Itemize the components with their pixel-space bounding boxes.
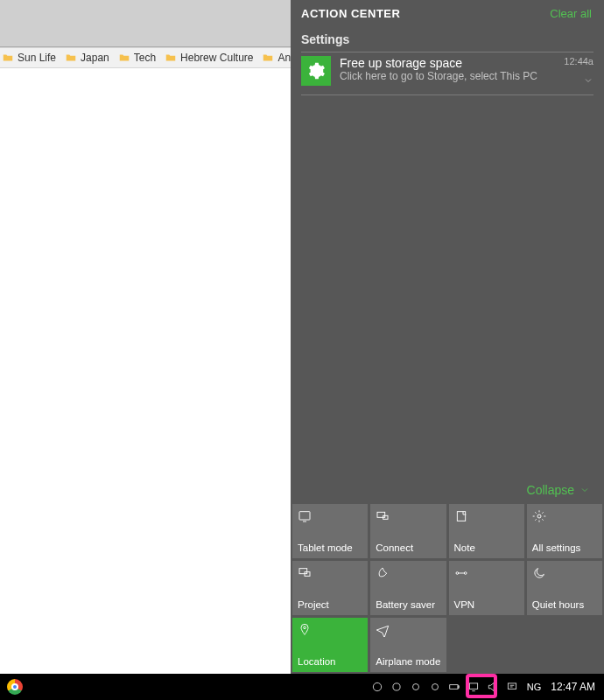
tile-battery-saver[interactable]: Battery saver — [370, 561, 446, 615]
quick-action-tiles: Tablet mode Connect Note All settings Pr… — [291, 504, 604, 674]
gear-icon — [532, 509, 546, 527]
tile-empty — [527, 618, 602, 672]
svg-rect-14 — [450, 685, 458, 690]
vpn-icon — [454, 566, 468, 584]
action-center-icon[interactable] — [505, 680, 519, 694]
battery-icon[interactable] — [447, 680, 461, 694]
clock[interactable]: 12:47 AM — [549, 681, 597, 693]
tile-airplane-mode[interactable]: Airplane mode — [370, 618, 446, 672]
svg-rect-0 — [299, 512, 310, 520]
svg-point-10 — [373, 682, 381, 690]
tray-icon[interactable] — [370, 680, 384, 694]
tile-label: Project — [298, 599, 329, 610]
moon-icon — [532, 566, 546, 584]
tablet-icon — [298, 509, 312, 527]
folder-icon — [262, 52, 274, 64]
bookmarks-bar: Sun Life Japan Tech Hebrew Culture Anin — [0, 47, 291, 68]
tray-icon[interactable] — [390, 680, 404, 694]
leaf-icon — [376, 566, 390, 584]
tray-icon[interactable] — [409, 680, 423, 694]
folder-icon — [118, 52, 130, 64]
folder-icon — [2, 52, 14, 64]
svg-point-4 — [537, 514, 541, 518]
taskbar: NG 12:47 AM — [0, 674, 604, 700]
tile-project[interactable]: Project — [292, 561, 368, 615]
svg-rect-16 — [469, 683, 477, 689]
bookmark-label: Japan — [81, 52, 109, 64]
svg-rect-15 — [458, 686, 459, 688]
notification-title: Free up storage space — [340, 56, 555, 70]
tile-connect[interactable]: Connect — [370, 504, 446, 558]
tile-location[interactable]: Location — [292, 618, 368, 672]
bookmark-label: Hebrew Culture — [180, 52, 253, 64]
tile-label: Quiet hours — [532, 599, 584, 610]
tile-note[interactable]: Note — [449, 504, 524, 558]
bookmark-item[interactable]: Japan — [65, 52, 109, 64]
tile-label: Airplane mode — [376, 656, 440, 667]
folder-icon — [165, 52, 177, 64]
svg-point-9 — [304, 626, 306, 629]
browser-tabs-area — [0, 0, 291, 47]
tile-label: Note — [454, 542, 475, 553]
tile-label: Tablet mode — [298, 542, 353, 553]
notification-body: Free up storage space Click here to go t… — [340, 56, 555, 82]
bookmark-label: Sun Life — [18, 52, 56, 64]
svg-point-11 — [393, 683, 400, 690]
clear-all-button[interactable]: Clear all — [550, 7, 592, 20]
tile-label: Location — [298, 656, 335, 667]
note-icon — [454, 509, 468, 527]
tile-quiet-hours[interactable]: Quiet hours — [527, 561, 602, 615]
bookmark-item[interactable]: Hebrew Culture — [165, 52, 253, 64]
airplane-icon — [376, 623, 390, 640]
action-center-header: ACTION CENTER Clear all — [291, 0, 604, 25]
bookmark-item[interactable]: Anin — [262, 52, 291, 64]
project-icon — [298, 566, 312, 584]
action-center-panel: ACTION CENTER Clear all Settings Free up… — [291, 0, 604, 674]
notification-time: 12:44a — [564, 56, 593, 66]
chevron-down-icon — [579, 485, 590, 495]
tile-label: VPN — [454, 599, 475, 610]
tray-icon[interactable] — [428, 680, 442, 694]
bookmark-item[interactable]: Tech — [118, 52, 156, 64]
collapse-label: Collapse — [527, 483, 574, 497]
tile-tablet-mode[interactable]: Tablet mode — [292, 504, 368, 558]
bookmark-item[interactable]: Sun Life — [2, 52, 56, 64]
svg-rect-1 — [377, 512, 385, 517]
collapse-button[interactable]: Collapse — [291, 476, 604, 504]
connect-icon — [376, 509, 390, 527]
tile-label: Battery saver — [376, 599, 435, 610]
svg-point-13 — [432, 684, 438, 690]
tile-vpn[interactable]: VPN — [449, 561, 524, 615]
svg-rect-5 — [299, 569, 307, 574]
svg-point-7 — [456, 572, 459, 575]
location-icon — [298, 623, 312, 640]
language-indicator[interactable]: NG — [524, 682, 544, 692]
svg-point-12 — [412, 684, 418, 690]
svg-rect-17 — [508, 683, 516, 689]
action-center-title: ACTION CENTER — [301, 7, 400, 20]
tile-empty — [449, 618, 524, 672]
tile-label: All settings — [532, 542, 581, 553]
settings-gear-icon — [301, 56, 331, 86]
bookmark-label: Tech — [134, 52, 156, 64]
notification-item[interactable]: Free up storage space Click here to go t… — [291, 52, 604, 94]
tile-all-settings[interactable]: All settings — [527, 504, 602, 558]
volume-icon[interactable] — [486, 680, 500, 694]
folder-icon — [65, 52, 77, 64]
notification-subtitle: Click here to go to Storage, select This… — [340, 70, 555, 82]
svg-point-8 — [464, 572, 467, 575]
bookmark-label: Anin — [277, 52, 291, 64]
svg-rect-3 — [457, 512, 465, 522]
network-icon[interactable] — [467, 680, 481, 694]
chevron-down-icon[interactable] — [583, 75, 593, 86]
chrome-icon[interactable] — [7, 679, 23, 695]
notification-section-header: Settings — [291, 25, 604, 52]
tile-label: Connect — [376, 542, 413, 553]
